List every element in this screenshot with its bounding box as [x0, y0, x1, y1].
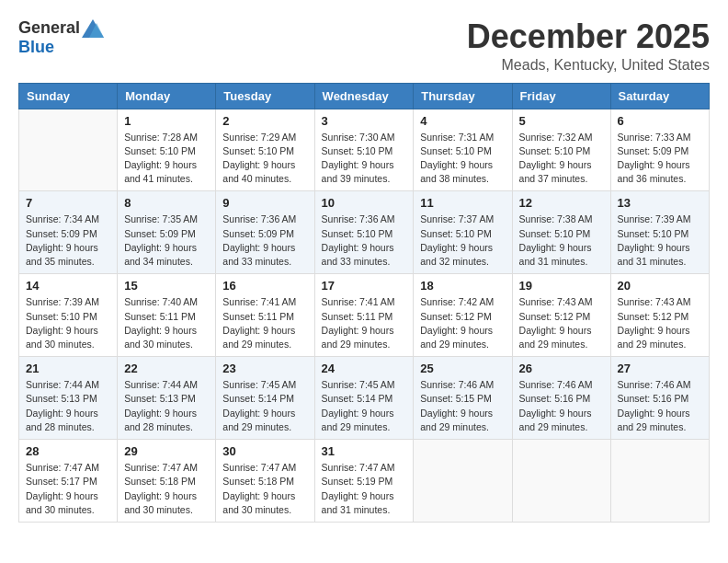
day-number: 5	[519, 114, 604, 128]
weekday-header-wednesday: Wednesday	[314, 83, 414, 109]
calendar-cell: 15Sunrise: 7:40 AM Sunset: 5:11 PM Dayli…	[118, 274, 216, 357]
page-header: General Blue December 2025 Meads, Kentuc…	[18, 18, 710, 74]
day-number: 21	[26, 362, 110, 375]
weekday-header-tuesday: Tuesday	[216, 83, 314, 109]
day-number: 20	[618, 279, 702, 293]
calendar-cell	[512, 440, 610, 523]
calendar-cell: 11Sunrise: 7:37 AM Sunset: 5:10 PM Dayli…	[414, 191, 512, 274]
day-number: 16	[222, 279, 307, 293]
day-number: 22	[124, 362, 209, 375]
calendar-cell: 3Sunrise: 7:30 AM Sunset: 5:10 PM Daylig…	[314, 109, 414, 191]
day-number: 4	[420, 114, 505, 128]
calendar-cell: 19Sunrise: 7:43 AM Sunset: 5:12 PM Dayli…	[512, 274, 610, 357]
day-number: 24	[322, 362, 407, 375]
day-info: Sunrise: 7:33 AM Sunset: 5:09 PM Dayligh…	[618, 131, 702, 187]
calendar-cell: 22Sunrise: 7:44 AM Sunset: 5:13 PM Dayli…	[118, 357, 216, 440]
day-info: Sunrise: 7:28 AM Sunset: 5:10 PM Dayligh…	[124, 131, 209, 187]
calendar-cell: 23Sunrise: 7:45 AM Sunset: 5:14 PM Dayli…	[216, 357, 314, 440]
calendar-cell: 10Sunrise: 7:36 AM Sunset: 5:10 PM Dayli…	[314, 191, 414, 274]
day-number: 11	[420, 196, 505, 210]
calendar-cell: 2Sunrise: 7:29 AM Sunset: 5:10 PM Daylig…	[216, 109, 314, 191]
calendar-cell: 12Sunrise: 7:38 AM Sunset: 5:10 PM Dayli…	[512, 191, 610, 274]
logo: General Blue	[18, 18, 104, 57]
weekday-header-sunday: Sunday	[19, 83, 118, 109]
calendar-week-row-4: 21Sunrise: 7:44 AM Sunset: 5:13 PM Dayli…	[19, 357, 710, 440]
day-info: Sunrise: 7:38 AM Sunset: 5:10 PM Dayligh…	[519, 213, 604, 269]
day-number: 29	[124, 444, 209, 458]
day-info: Sunrise: 7:46 AM Sunset: 5:15 PM Dayligh…	[420, 378, 505, 434]
day-info: Sunrise: 7:45 AM Sunset: 5:14 PM Dayligh…	[322, 378, 407, 434]
day-number: 25	[420, 362, 505, 375]
day-info: Sunrise: 7:47 AM Sunset: 5:17 PM Dayligh…	[26, 461, 110, 517]
calendar-cell: 18Sunrise: 7:42 AM Sunset: 5:12 PM Dayli…	[414, 274, 512, 357]
day-number: 8	[124, 196, 209, 210]
title-section: December 2025 Meads, Kentucky, United St…	[467, 18, 710, 74]
day-info: Sunrise: 7:44 AM Sunset: 5:13 PM Dayligh…	[124, 378, 209, 434]
day-info: Sunrise: 7:41 AM Sunset: 5:11 PM Dayligh…	[222, 295, 307, 351]
day-number: 23	[222, 362, 307, 375]
calendar-cell: 30Sunrise: 7:47 AM Sunset: 5:18 PM Dayli…	[216, 440, 314, 523]
day-info: Sunrise: 7:39 AM Sunset: 5:10 PM Dayligh…	[618, 213, 702, 269]
day-info: Sunrise: 7:44 AM Sunset: 5:13 PM Dayligh…	[26, 378, 110, 434]
calendar-week-row-2: 7Sunrise: 7:34 AM Sunset: 5:09 PM Daylig…	[19, 191, 710, 274]
weekday-header-friday: Friday	[512, 83, 610, 109]
calendar-week-row-3: 14Sunrise: 7:39 AM Sunset: 5:10 PM Dayli…	[19, 274, 710, 357]
calendar-cell: 1Sunrise: 7:28 AM Sunset: 5:10 PM Daylig…	[118, 109, 216, 191]
calendar-cell: 4Sunrise: 7:31 AM Sunset: 5:10 PM Daylig…	[414, 109, 512, 191]
day-number: 17	[322, 279, 407, 293]
calendar-cell: 17Sunrise: 7:41 AM Sunset: 5:11 PM Dayli…	[314, 274, 414, 357]
day-number: 9	[222, 196, 307, 210]
weekday-header-monday: Monday	[118, 83, 216, 109]
calendar-cell: 28Sunrise: 7:47 AM Sunset: 5:17 PM Dayli…	[19, 440, 118, 523]
day-number: 28	[26, 444, 110, 458]
day-info: Sunrise: 7:32 AM Sunset: 5:10 PM Dayligh…	[519, 131, 604, 187]
calendar-cell: 24Sunrise: 7:45 AM Sunset: 5:14 PM Dayli…	[314, 357, 414, 440]
calendar-cell: 5Sunrise: 7:32 AM Sunset: 5:10 PM Daylig…	[512, 109, 610, 191]
calendar-cell: 21Sunrise: 7:44 AM Sunset: 5:13 PM Dayli…	[19, 357, 118, 440]
day-info: Sunrise: 7:46 AM Sunset: 5:16 PM Dayligh…	[519, 378, 604, 434]
calendar-week-row-1: 1Sunrise: 7:28 AM Sunset: 5:10 PM Daylig…	[19, 109, 710, 191]
calendar-cell: 25Sunrise: 7:46 AM Sunset: 5:15 PM Dayli…	[414, 357, 512, 440]
location-text: Meads, Kentucky, United States	[467, 57, 710, 74]
day-info: Sunrise: 7:29 AM Sunset: 5:10 PM Dayligh…	[222, 131, 307, 187]
logo-general-text: General	[18, 18, 80, 38]
day-info: Sunrise: 7:42 AM Sunset: 5:12 PM Dayligh…	[420, 295, 505, 351]
day-info: Sunrise: 7:43 AM Sunset: 5:12 PM Dayligh…	[618, 295, 702, 351]
day-info: Sunrise: 7:47 AM Sunset: 5:18 PM Dayligh…	[124, 461, 209, 517]
day-info: Sunrise: 7:36 AM Sunset: 5:10 PM Dayligh…	[322, 213, 407, 269]
day-info: Sunrise: 7:39 AM Sunset: 5:10 PM Dayligh…	[26, 295, 110, 351]
calendar-cell: 13Sunrise: 7:39 AM Sunset: 5:10 PM Dayli…	[610, 191, 709, 274]
calendar-cell: 20Sunrise: 7:43 AM Sunset: 5:12 PM Dayli…	[610, 274, 709, 357]
calendar-cell	[610, 440, 709, 523]
day-number: 7	[26, 196, 110, 210]
calendar-cell: 31Sunrise: 7:47 AM Sunset: 5:19 PM Dayli…	[314, 440, 414, 523]
day-number: 15	[124, 279, 209, 293]
day-number: 6	[618, 114, 702, 128]
calendar-cell: 29Sunrise: 7:47 AM Sunset: 5:18 PM Dayli…	[118, 440, 216, 523]
weekday-header-saturday: Saturday	[610, 83, 709, 109]
calendar-cell: 26Sunrise: 7:46 AM Sunset: 5:16 PM Dayli…	[512, 357, 610, 440]
calendar-cell: 14Sunrise: 7:39 AM Sunset: 5:10 PM Dayli…	[19, 274, 118, 357]
day-info: Sunrise: 7:31 AM Sunset: 5:10 PM Dayligh…	[420, 131, 505, 187]
day-number: 18	[420, 279, 505, 293]
day-number: 13	[618, 196, 702, 210]
day-number: 2	[222, 114, 307, 128]
calendar-table: SundayMondayTuesdayWednesdayThursdayFrid…	[18, 83, 710, 523]
day-info: Sunrise: 7:47 AM Sunset: 5:19 PM Dayligh…	[322, 461, 407, 517]
calendar-cell: 6Sunrise: 7:33 AM Sunset: 5:09 PM Daylig…	[610, 109, 709, 191]
day-info: Sunrise: 7:46 AM Sunset: 5:16 PM Dayligh…	[618, 378, 702, 434]
day-info: Sunrise: 7:45 AM Sunset: 5:14 PM Dayligh…	[222, 378, 307, 434]
logo-icon	[82, 19, 104, 38]
day-info: Sunrise: 7:47 AM Sunset: 5:18 PM Dayligh…	[222, 461, 307, 517]
day-number: 14	[26, 279, 110, 293]
day-info: Sunrise: 7:40 AM Sunset: 5:11 PM Dayligh…	[124, 295, 209, 351]
calendar-cell	[19, 109, 118, 191]
day-info: Sunrise: 7:30 AM Sunset: 5:10 PM Dayligh…	[322, 131, 407, 187]
day-info: Sunrise: 7:43 AM Sunset: 5:12 PM Dayligh…	[519, 295, 604, 351]
logo-blue-text: Blue	[18, 38, 54, 57]
day-number: 27	[618, 362, 702, 375]
day-number: 3	[322, 114, 407, 128]
day-number: 1	[124, 114, 209, 128]
weekday-header-thursday: Thursday	[414, 83, 512, 109]
day-info: Sunrise: 7:37 AM Sunset: 5:10 PM Dayligh…	[420, 213, 505, 269]
